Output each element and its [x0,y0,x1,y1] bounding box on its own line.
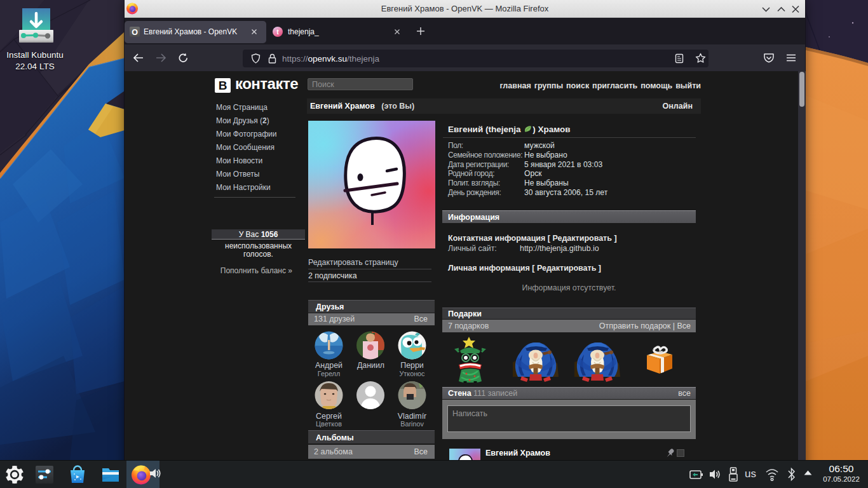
svg-text:O: O [132,28,138,37]
svg-text:t: t [276,28,279,36]
